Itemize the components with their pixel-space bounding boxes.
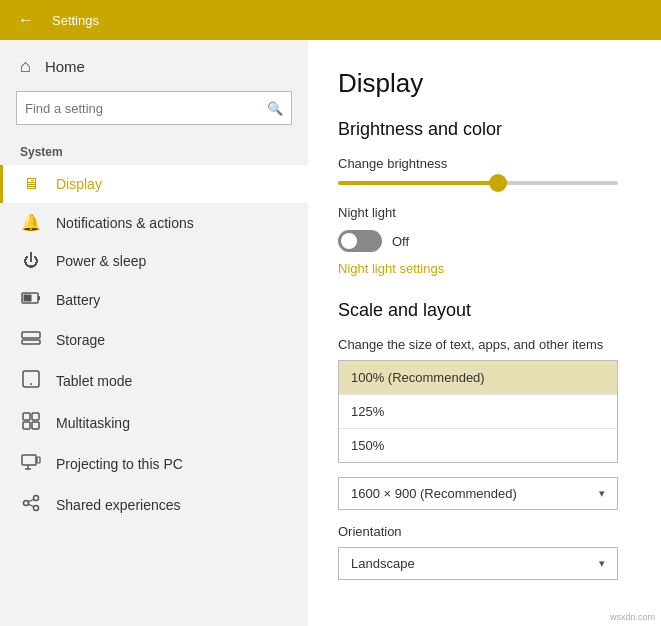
svg-point-15 xyxy=(34,496,39,501)
tablet-icon xyxy=(20,370,42,392)
title-bar: ← Settings xyxy=(0,0,661,40)
search-box: 🔍 xyxy=(16,91,292,125)
night-light-label: Night light xyxy=(338,205,631,220)
sidebar-item-multitasking[interactable]: Multitasking xyxy=(0,402,308,444)
sidebar-item-notifications[interactable]: 🔔 Notifications & actions xyxy=(0,203,308,242)
brightness-label: Change brightness xyxy=(338,156,631,171)
svg-rect-9 xyxy=(23,422,30,429)
scale-option-125[interactable]: 125% xyxy=(339,394,617,428)
sidebar-item-label-multitasking: Multitasking xyxy=(56,415,130,431)
scale-dropdown[interactable]: 100% (Recommended) 125% 150% xyxy=(338,360,618,463)
svg-rect-3 xyxy=(22,332,40,338)
projecting-icon xyxy=(20,454,42,474)
svg-rect-4 xyxy=(22,340,40,344)
sidebar-item-projecting[interactable]: Projecting to this PC xyxy=(0,444,308,484)
svg-rect-10 xyxy=(32,422,39,429)
svg-rect-11 xyxy=(22,455,36,465)
sidebar-item-battery[interactable]: Battery xyxy=(0,280,308,320)
sidebar-item-label-shared: Shared experiences xyxy=(56,497,181,513)
svg-point-6 xyxy=(30,383,32,385)
back-button[interactable]: ← xyxy=(12,6,40,34)
sidebar-item-tablet[interactable]: Tablet mode xyxy=(0,360,308,402)
brightness-track[interactable] xyxy=(338,181,618,185)
toggle-thumb xyxy=(341,233,357,249)
orientation-dropdown-arrow: ▾ xyxy=(599,557,605,570)
sidebar-item-storage[interactable]: Storage xyxy=(0,320,308,360)
orientation-label: Orientation xyxy=(338,524,631,539)
svg-line-19 xyxy=(28,504,34,507)
scale-layout-title: Scale and layout xyxy=(338,300,631,321)
night-light-settings-link[interactable]: Night light settings xyxy=(338,261,444,276)
night-light-toggle-row: Off xyxy=(338,230,631,252)
power-icon: ⏻ xyxy=(20,252,42,270)
sidebar-item-shared[interactable]: Shared experiences xyxy=(0,484,308,526)
app-layout: ⌂ Home 🔍 System 🖥 Display 🔔 Notification… xyxy=(0,40,661,626)
night-light-toggle[interactable] xyxy=(338,230,382,252)
storage-icon xyxy=(20,330,42,350)
home-icon: ⌂ xyxy=(20,56,31,77)
scale-description: Change the size of text, apps, and other… xyxy=(338,337,631,352)
sidebar-item-label-tablet: Tablet mode xyxy=(56,373,132,389)
svg-point-16 xyxy=(24,501,29,506)
brightness-fill xyxy=(338,181,498,185)
svg-line-18 xyxy=(28,499,34,502)
main-content: Display Brightness and color Change brig… xyxy=(308,40,661,626)
svg-rect-1 xyxy=(38,296,40,300)
sidebar-item-home[interactable]: ⌂ Home xyxy=(0,40,308,91)
sidebar-item-label-battery: Battery xyxy=(56,292,100,308)
title-bar-title: Settings xyxy=(52,13,99,28)
resolution-value: 1600 × 900 (Recommended) xyxy=(351,486,517,501)
home-label: Home xyxy=(45,58,85,75)
svg-rect-7 xyxy=(23,413,30,420)
multitasking-icon xyxy=(20,412,42,434)
resolution-dropdown-arrow: ▾ xyxy=(599,487,605,500)
search-icon: 🔍 xyxy=(267,101,283,116)
brightness-thumb[interactable] xyxy=(489,174,507,192)
svg-point-17 xyxy=(34,506,39,511)
watermark: wsxdn.com xyxy=(610,612,655,622)
sidebar-item-power[interactable]: ⏻ Power & sleep xyxy=(0,242,308,280)
svg-rect-8 xyxy=(32,413,39,420)
resolution-dropdown[interactable]: 1600 × 900 (Recommended) ▾ xyxy=(338,477,618,510)
orientation-dropdown[interactable]: Landscape ▾ xyxy=(338,547,618,580)
orientation-value: Landscape xyxy=(351,556,415,571)
notifications-icon: 🔔 xyxy=(20,213,42,232)
scale-option-150[interactable]: 150% xyxy=(339,428,617,462)
scale-section: Scale and layout Change the size of text… xyxy=(338,300,631,580)
battery-icon xyxy=(20,290,42,310)
svg-rect-12 xyxy=(37,457,40,463)
svg-rect-2 xyxy=(24,295,32,302)
brightness-color-title: Brightness and color xyxy=(338,119,631,140)
sidebar-item-label-storage: Storage xyxy=(56,332,105,348)
sidebar-section-label: System xyxy=(0,135,308,165)
sidebar-item-display[interactable]: 🖥 Display xyxy=(0,165,308,203)
night-light-state: Off xyxy=(392,234,409,249)
sidebar-item-label-notifications: Notifications & actions xyxy=(56,215,194,231)
display-icon: 🖥 xyxy=(20,175,42,193)
sidebar-item-label-projecting: Projecting to this PC xyxy=(56,456,183,472)
search-input[interactable] xyxy=(25,101,267,116)
page-title: Display xyxy=(338,68,631,99)
sidebar-item-label-power: Power & sleep xyxy=(56,253,146,269)
brightness-slider-container[interactable] xyxy=(338,181,631,185)
shared-icon xyxy=(20,494,42,516)
sidebar-item-label-display: Display xyxy=(56,176,102,192)
scale-option-100[interactable]: 100% (Recommended) xyxy=(339,361,617,394)
sidebar: ⌂ Home 🔍 System 🖥 Display 🔔 Notification… xyxy=(0,40,308,626)
